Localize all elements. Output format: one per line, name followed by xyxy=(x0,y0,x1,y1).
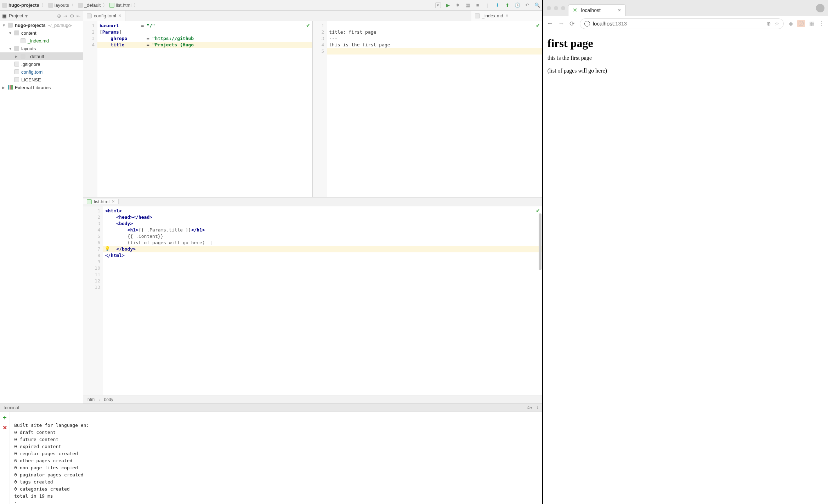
browser-toolbar: ← → ⟳ i localhost:1313 ⊕ ☆ ◆ ㋡ ▦ ⋮ xyxy=(543,16,828,31)
extension-icon[interactable]: ㋡ xyxy=(797,20,805,27)
file-icon xyxy=(87,13,92,18)
new-session-icon[interactable]: + xyxy=(3,414,7,422)
editor-config-toml[interactable]: 1234 baseurl = "/"[Params] ghrepo = "htt… xyxy=(83,21,313,197)
intention-bulb-icon[interactable]: 💡 xyxy=(104,246,110,251)
address-bar[interactable]: i localhost:1313 ⊕ ☆ xyxy=(580,18,784,29)
editor-index-md[interactable]: 12345 ---title: first page---this is the… xyxy=(313,21,542,197)
traffic-light-max[interactable] xyxy=(561,6,565,10)
editor-tab-list-html[interactable]: list.html ✕ xyxy=(83,199,119,204)
editor-tab-index[interactable]: _index.md ✕ xyxy=(471,11,542,21)
rendered-page: first page this is the first page (list … xyxy=(543,31,828,83)
forward-icon[interactable]: → xyxy=(558,20,565,27)
file-icon xyxy=(475,13,480,18)
libraries-icon xyxy=(8,85,13,90)
extension-icon[interactable]: ◆ xyxy=(789,20,793,27)
code-area[interactable]: <html> <head></head> <body> <h1>{{ .Para… xyxy=(103,206,542,395)
browser-tab[interactable]: ✳ localhost ✕ xyxy=(568,4,626,16)
run-config-dropdown[interactable]: ▾ xyxy=(435,2,441,8)
target-icon[interactable]: ⇥ xyxy=(63,13,68,19)
status-path-item[interactable]: html xyxy=(87,397,96,402)
download-icon[interactable]: ⤓ xyxy=(536,405,539,410)
run-icon[interactable]: ▶ xyxy=(445,2,451,8)
project-title: Project xyxy=(9,13,23,18)
breadcrumb-bar: hugo-projects〉 layouts〉 _default〉 list.h… xyxy=(0,0,542,11)
vcs-commit-icon[interactable]: ⬆ xyxy=(505,2,510,8)
tree-item-gitignore[interactable]: .gitignore xyxy=(0,60,83,68)
gutter: 1234 xyxy=(83,21,97,197)
terminal-header[interactable]: Terminal ✲▾⤓ xyxy=(0,403,542,412)
breadcrumb-item[interactable]: hugo-projects xyxy=(2,2,39,8)
tree-item-default[interactable]: ▶_default xyxy=(0,52,83,60)
tree-item-license[interactable]: LICENSE xyxy=(0,76,83,84)
terminal-title: Terminal xyxy=(3,405,19,410)
tab-label: config.toml xyxy=(94,13,116,18)
tree-item-content[interactable]: ▼content xyxy=(0,29,83,37)
browser-window: ✳ localhost ✕ ← → ⟳ i localhost:1313 ⊕ ☆… xyxy=(543,0,828,504)
close-icon[interactable]: ✕ xyxy=(505,13,509,18)
site-info-icon[interactable]: i xyxy=(584,21,590,27)
tree-item-index-md[interactable]: _index.md xyxy=(0,37,83,45)
vcs-update-icon[interactable]: ⬇ xyxy=(495,2,500,8)
editor-list-html[interactable]: 12345678910111213 <html> <head></head> <… xyxy=(83,206,542,395)
editor-breadcrumb: html › body xyxy=(83,395,542,403)
menu-icon[interactable]: ⋮ xyxy=(819,20,824,27)
terminal-panel: + ✕ Built site for language en: 0 draft … xyxy=(0,412,542,504)
favicon-icon: ✳ xyxy=(573,7,578,13)
traffic-light-min[interactable] xyxy=(554,6,558,10)
tree-external-libraries[interactable]: ▶External Libraries xyxy=(0,84,83,91)
page-heading: first page xyxy=(548,37,824,50)
tree-item-config[interactable]: config.toml xyxy=(0,68,83,76)
terminal-output[interactable]: Built site for language en: 0 draft cont… xyxy=(10,412,542,504)
profile-avatar-icon[interactable] xyxy=(816,4,824,12)
close-icon[interactable]: ✕ xyxy=(118,13,121,18)
gear-icon[interactable]: ✲▾ xyxy=(527,405,532,410)
collapse-icon[interactable]: ⊕ xyxy=(57,13,61,19)
tab-title: localhost xyxy=(581,7,601,13)
debug-icon[interactable]: ✸ xyxy=(455,2,461,8)
tab-label: _index.md xyxy=(482,13,503,18)
tree-root[interactable]: ▼ hugo-projects ~/_pb/hugo- xyxy=(0,21,83,29)
project-tree[interactable]: ▼ hugo-projects ~/_pb/hugo- ▼content _in… xyxy=(0,21,83,403)
template-file-icon xyxy=(87,199,92,204)
editor-tab-config[interactable]: config.toml ✕ xyxy=(83,11,125,21)
gutter: 12345678910111213 xyxy=(83,206,103,395)
close-session-icon[interactable]: ✕ xyxy=(2,424,7,431)
close-icon[interactable]: ✕ xyxy=(618,8,621,13)
breadcrumb-item[interactable]: _default xyxy=(78,2,101,8)
breadcrumb-item[interactable]: layouts xyxy=(48,2,69,8)
project-toolwindow-header[interactable]: ▣ Project ▾ ⊕ ⇥ ⚙ ⇤ xyxy=(0,11,83,21)
tree-item-layouts[interactable]: ▼layouts xyxy=(0,45,83,52)
vcs-history-icon[interactable]: 🕓 xyxy=(515,2,520,8)
gear-icon[interactable]: ⚙ xyxy=(70,13,74,19)
status-path-item[interactable]: body xyxy=(104,397,113,402)
ide-window: hugo-projects〉 layouts〉 _default〉 list.h… xyxy=(0,0,543,504)
back-icon[interactable]: ← xyxy=(547,20,553,27)
stop-icon[interactable]: ■ xyxy=(475,2,481,8)
star-icon[interactable]: ☆ xyxy=(775,21,779,27)
page-paragraph: (list of pages will go here) xyxy=(548,68,824,74)
page-paragraph: this is the first page xyxy=(548,55,824,61)
coverage-icon[interactable]: ▦ xyxy=(465,2,471,8)
code-area[interactable]: baseurl = "/"[Params] ghrepo = "https://… xyxy=(97,21,312,197)
browser-titlebar: ✳ localhost ✕ xyxy=(543,0,828,16)
hide-icon[interactable]: ⇤ xyxy=(76,13,81,19)
zoom-icon[interactable]: ⊕ xyxy=(766,21,771,27)
code-area[interactable]: ---title: first page---this is the first… xyxy=(327,21,542,197)
gutter: 12345 xyxy=(313,21,327,197)
search-icon[interactable]: 🔍 xyxy=(534,2,540,8)
close-icon[interactable]: ✕ xyxy=(112,199,115,204)
tab-label: list.html xyxy=(94,199,109,204)
project-and-tabs-row: ▣ Project ▾ ⊕ ⇥ ⚙ ⇤ config.toml ✕ _index… xyxy=(0,11,542,21)
breadcrumb-item[interactable]: list.html xyxy=(109,2,131,8)
reload-icon[interactable]: ⟳ xyxy=(569,20,575,28)
project-icon: ▣ xyxy=(2,13,7,19)
extension-icon[interactable]: ▦ xyxy=(809,20,815,27)
undo-icon[interactable]: ↶ xyxy=(524,2,530,8)
traffic-light-close[interactable] xyxy=(547,6,551,10)
